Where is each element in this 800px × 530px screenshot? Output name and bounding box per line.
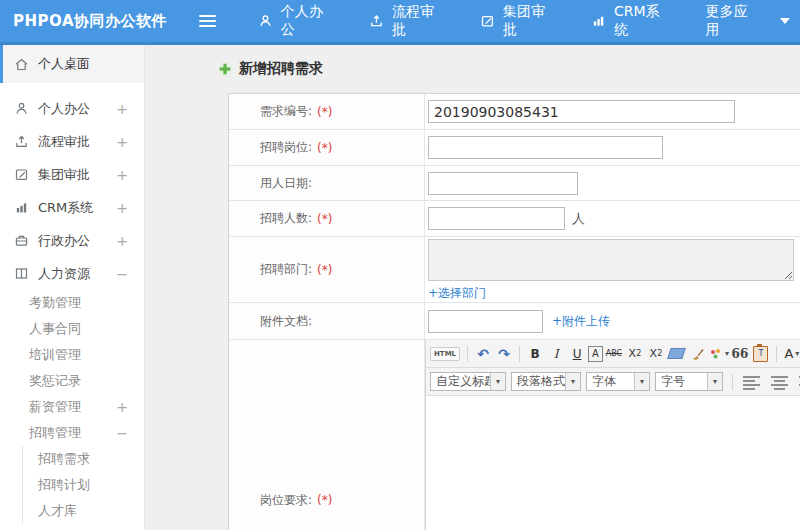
sidebar-item-group-approval[interactable]: 集团审批 + [0,158,144,191]
top-nav-label: 更多应用 [705,3,758,39]
expand-plus-icon[interactable]: + [116,399,128,415]
sidebar-item-process-approval[interactable]: 流程审批 + [0,125,144,158]
sidebar-item-rewards[interactable]: 奖惩记录 [0,368,144,394]
sidebar-item-label: 考勤管理 [29,294,81,312]
paste-clipboard-icon[interactable]: T [751,344,771,364]
color-dots-icon[interactable]: ▾ [709,344,729,364]
sidebar-item-label: 集团审批 [38,166,90,184]
sidebar-item-label: 人力资源 [38,265,90,283]
briefcase-icon [14,233,29,248]
headcount-input[interactable] [428,207,565,230]
headcount-unit: 人 [572,210,585,228]
edit-square-icon [480,13,495,29]
collapse-minus-icon[interactable]: − [116,266,128,282]
sidebar-item-salary[interactable]: 薪资管理 + [0,394,144,420]
department-textarea[interactable] [428,239,794,281]
field-label: 岗位要求: (*) [229,340,425,530]
top-nav-more-apps[interactable]: 更多应用 [687,0,776,42]
caret-down-icon: ▾ [634,373,649,390]
attachment-upload-link[interactable]: +附件上传 [552,313,610,330]
sidebar-item-training[interactable]: 培训管理 [0,342,144,368]
editor-toolbar-row1: HTML ↶ ↷ B I U A ABC X2 X2 [426,340,800,368]
form-row-hire-date: 用人日期: [229,166,800,201]
sidebar-item-recruit-demand[interactable]: 招聘需求 [23,446,144,472]
sidebar-item-hr[interactable]: 人力资源 − [0,257,144,290]
sidebar-item-label: 人事合同 [29,320,81,338]
sidebar-item-desktop[interactable]: 个人桌面 [0,45,144,83]
field-label: 招聘岗位: (*) [229,130,425,165]
required-mark: (*) [317,141,332,155]
eraser-icon[interactable] [667,344,687,364]
redo-icon[interactable]: ↷ [494,344,514,364]
sidebar-item-label: 个人桌面 [38,55,90,73]
page-title: 新增招聘需求 [218,60,323,78]
align-left-icon[interactable] [743,376,760,389]
align-center-icon[interactable] [771,376,788,389]
position-input[interactable] [428,136,663,159]
underline-button[interactable]: U [567,344,587,364]
sidebar-item-talent-pool[interactable]: 人才库 [23,498,144,524]
select-value: 字号 [656,373,690,390]
bar-chart-icon [14,200,29,215]
collapse-minus-icon[interactable]: − [116,425,128,441]
sidebar-item-label: 招聘计划 [38,476,90,494]
expand-plus-icon[interactable]: + [116,233,128,249]
subscript-button[interactable]: X2 [646,344,666,364]
undo-icon[interactable]: ↶ [473,344,493,364]
editor-content-area[interactable] [426,396,800,530]
caret-down-icon: ▾ [725,349,729,358]
caret-down-icon [780,18,790,24]
paragraph-format-select[interactable]: 段落格式 ▾ [511,372,581,391]
top-nav-crm[interactable]: CRM系统 [573,0,687,42]
font-family-select[interactable]: 字体 ▾ [586,372,650,391]
select-department-link[interactable]: +选择部门 [428,285,486,302]
attachment-input[interactable] [428,310,543,333]
edit-square-icon [14,167,29,182]
sidebar-item-attendance[interactable]: 考勤管理 [0,290,144,316]
expand-plus-icon[interactable]: + [116,167,128,183]
top-nav-personal-office[interactable]: 个人办公 [240,0,351,42]
top-nav-label: 个人办公 [281,3,333,39]
page-title-text: 新增招聘需求 [239,60,323,78]
field-label-text: 招聘岗位: [260,139,312,156]
sidebar-item-recruit-plan[interactable]: 招聘计划 [23,472,144,498]
sidebar-item-hr-contract[interactable]: 人事合同 [0,316,144,342]
superscript-button[interactable]: X2 [625,344,645,364]
format-brush-icon[interactable] [688,344,708,364]
more-apps-dropdown[interactable] [776,0,800,42]
top-nav-group-approval[interactable]: 集团审批 [462,0,573,42]
required-mark: (*) [317,212,332,226]
sidebar-item-crm[interactable]: CRM系统 + [0,191,144,224]
sidebar-item-recruit-mgmt[interactable]: 招聘管理 − [0,420,144,446]
font-size-select[interactable]: 字号 ▾ [655,372,723,391]
sidebar: 个人桌面 个人办公 + 流程审批 + 集团审批 + CRM系统 + 行政办公 + [0,45,145,530]
field-label-text: 附件文档: [260,313,312,330]
strikethrough-button[interactable]: ABC [604,344,624,364]
sidebar-item-admin-office[interactable]: 行政办公 + [0,224,144,257]
italic-button[interactable]: I [546,344,566,364]
font-style-box-button[interactable]: A [588,346,603,362]
custom-heading-select[interactable]: 自定义标题 ▾ [430,372,506,391]
process-approval-icon [14,134,29,149]
expand-plus-icon[interactable]: + [116,134,128,150]
demand-no-input[interactable] [428,100,735,123]
select-value: 字体 [587,373,621,390]
home-icon [14,57,29,72]
top-nav-process-approval[interactable]: 流程审批 [351,0,462,42]
expand-plus-icon[interactable]: + [116,101,128,117]
sidebar-item-label: 个人办公 [38,100,90,118]
html-source-button[interactable]: HTML [430,347,460,361]
sidebar-item-label: 招聘需求 [38,450,90,468]
field-label: 招聘人数: (*) [229,201,425,236]
recruit-demand-form: 需求编号: (*) 招聘岗位: (*) 用人日期: 招聘人数: (*) [228,93,800,530]
expand-plus-icon[interactable]: + [116,200,128,216]
select-value: 段落格式 [512,373,565,390]
font-color-button[interactable]: A ▾ [782,344,800,364]
sidebar-item-personal-office[interactable]: 个人办公 + [0,92,144,125]
caret-down-icon: ▾ [707,373,722,390]
rich-text-editor: HTML ↶ ↷ B I U A ABC X2 X2 [425,340,800,530]
menu-toggle-icon[interactable] [195,8,220,34]
hire-date-input[interactable] [428,172,578,195]
blockquote-button[interactable]: 66 [730,344,750,364]
bold-button[interactable]: B [525,344,545,364]
